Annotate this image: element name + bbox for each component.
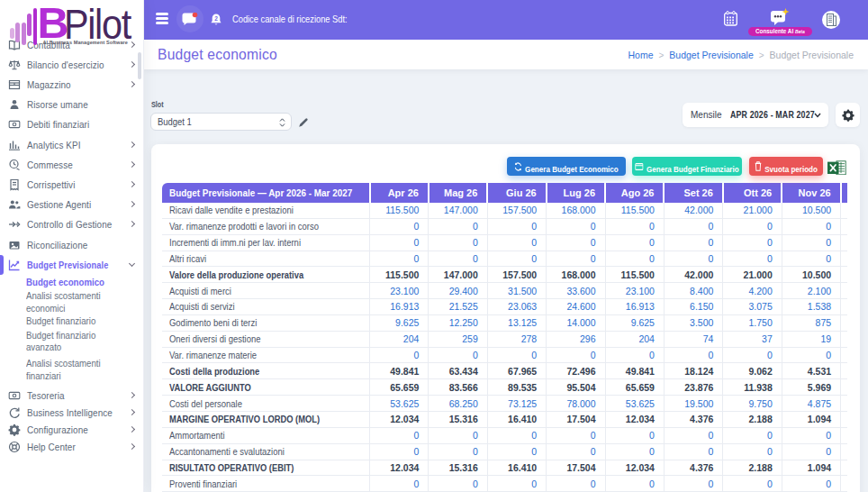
svg-text:2: 2 (214, 15, 218, 22)
